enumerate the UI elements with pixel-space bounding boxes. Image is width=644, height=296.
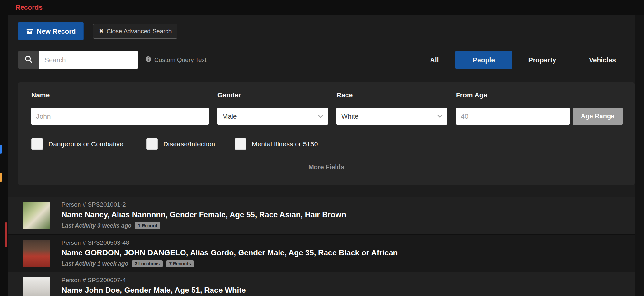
search-icon xyxy=(24,55,33,64)
tab-property[interactable]: Property xyxy=(512,51,572,69)
close-advanced-search-label: Close Advanced Search xyxy=(107,28,172,35)
custom-query-text[interactable]: Custom Query Text xyxy=(145,56,206,64)
search-button[interactable] xyxy=(18,51,39,69)
locations-count-badge: 3 Locations xyxy=(132,260,163,267)
archive-icon xyxy=(26,28,33,35)
race-select[interactable]: White xyxy=(336,108,447,125)
activity-line: Last Activity 3 weeks ago 1 Record xyxy=(62,222,628,229)
from-age-field-group: From Age xyxy=(456,91,487,99)
checkbox-disease-infection[interactable]: Disease/Infection xyxy=(146,138,215,150)
rail-marker-red xyxy=(5,222,7,247)
results-list: Person # SPS201001-2 Name Nancy, Alias N… xyxy=(8,197,635,296)
tab-vehicles[interactable]: Vehicles xyxy=(572,51,633,69)
person-result-row[interactable]: Person # SPS201001-2 Name Nancy, Alias N… xyxy=(8,197,635,234)
gender-field-group: Gender xyxy=(217,91,241,99)
toolbar: New Record ✖ Close Advanced Search xyxy=(18,22,177,40)
last-activity: Last Activity 3 weeks ago xyxy=(62,222,131,229)
page-title: Records xyxy=(15,0,43,15)
person-number: Person # SPS201001-2 xyxy=(62,201,628,208)
top-bar: Records xyxy=(0,0,644,15)
checkbox-label: Disease/Infection xyxy=(163,140,215,148)
rail-marker-yellow xyxy=(0,173,2,182)
age-range-button[interactable]: Age Range xyxy=(573,108,623,125)
name-input[interactable] xyxy=(31,108,209,125)
person-photo[interactable] xyxy=(23,240,50,267)
left-rail xyxy=(0,15,8,296)
chevron-down-icon xyxy=(313,111,328,122)
activity-line: Last Activity 1 week ago 3 Locations 7 R… xyxy=(62,260,628,267)
person-summary: Name Nancy, Alias Nannnnn, Gender Female… xyxy=(62,210,628,219)
checkbox-dangerous-or-combative[interactable]: Dangerous or Combative xyxy=(31,138,123,150)
person-result-row[interactable]: Person # SPS200503-48 Name GORDON, JOHN … xyxy=(8,234,635,272)
gender-select-value: Male xyxy=(217,113,313,120)
from-age-field xyxy=(456,108,570,125)
from-age-label: From Age xyxy=(456,91,487,99)
close-advanced-search-button[interactable]: ✖ Close Advanced Search xyxy=(93,24,177,39)
record-count-badge: 1 Record xyxy=(135,222,160,229)
search-row: Custom Query Text All People Property Ve… xyxy=(18,51,635,69)
rail-marker-blue xyxy=(0,145,2,154)
checkbox-mental-illness-5150[interactable]: Mental Illness or 5150 xyxy=(235,138,318,150)
main-content: New Record ✖ Close Advanced Search Custo… xyxy=(8,15,635,296)
gender-select[interactable]: Male xyxy=(217,108,328,125)
person-number: Person # SPS200503-48 xyxy=(62,239,628,246)
checkbox-box[interactable] xyxy=(146,138,158,150)
new-record-button[interactable]: New Record xyxy=(18,22,84,40)
name-field xyxy=(31,108,209,125)
person-photo[interactable] xyxy=(23,202,50,229)
advanced-search-panel: Name Gender Male Race xyxy=(18,82,635,185)
name-field-group: Name xyxy=(31,91,50,99)
gender-label: Gender xyxy=(217,91,241,99)
person-photo[interactable] xyxy=(23,277,50,296)
tab-people[interactable]: People xyxy=(455,51,512,69)
record-type-tabs: All People Property Vehicles xyxy=(413,51,635,69)
search-input[interactable] xyxy=(39,51,138,69)
checkbox-label: Dangerous or Combative xyxy=(48,140,123,148)
person-result-row[interactable]: Person # SPS200607-4 Name John Doe, Gend… xyxy=(8,272,635,296)
person-summary: Name John Doe, Gender Male, Age 51, Race… xyxy=(62,286,628,295)
checkbox-box[interactable] xyxy=(235,138,246,150)
new-record-label: New Record xyxy=(37,27,76,35)
checkbox-label: Mental Illness or 5150 xyxy=(252,140,318,148)
from-age-input[interactable] xyxy=(456,108,570,125)
name-label: Name xyxy=(31,91,50,99)
person-number: Person # SPS200607-4 xyxy=(62,277,628,284)
record-count-badge: 7 Records xyxy=(166,260,194,267)
person-summary: Name GORDON, JOHN DANGELO, Alias Gordo, … xyxy=(62,248,628,257)
close-icon: ✖ xyxy=(99,28,103,35)
race-label: Race xyxy=(336,91,353,99)
checkbox-box[interactable] xyxy=(31,138,43,150)
custom-query-label: Custom Query Text xyxy=(154,56,206,64)
records-screen: Records New Record ✖ Close Advanced Sear… xyxy=(0,0,644,296)
gender-field: Male xyxy=(217,108,328,125)
race-select-value: White xyxy=(336,113,432,120)
more-fields-button[interactable]: More Fields xyxy=(18,163,635,171)
last-activity: Last Activity 1 week ago xyxy=(62,261,128,267)
tab-all[interactable]: All xyxy=(413,51,455,69)
race-field-group: Race xyxy=(336,91,353,99)
info-icon xyxy=(145,56,151,64)
chevron-down-icon xyxy=(432,111,447,122)
race-field: White xyxy=(336,108,447,125)
